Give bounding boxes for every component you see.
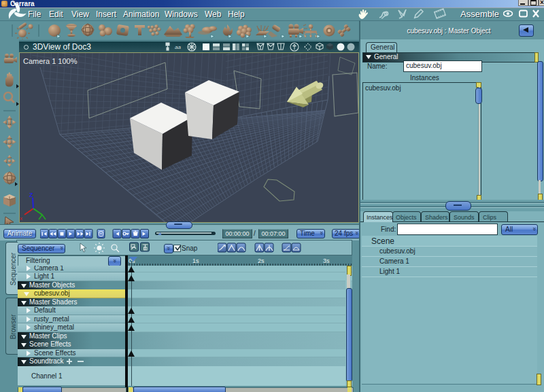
svg-text:Z: Z [29, 192, 33, 198]
svg-text:3s: 3s [323, 257, 330, 264]
svg-text:1s: 1s [192, 257, 199, 264]
svg-text:2s: 2s [258, 257, 265, 264]
svg-text:aa: aa [175, 44, 181, 50]
svg-text:x: x [20, 215, 22, 221]
